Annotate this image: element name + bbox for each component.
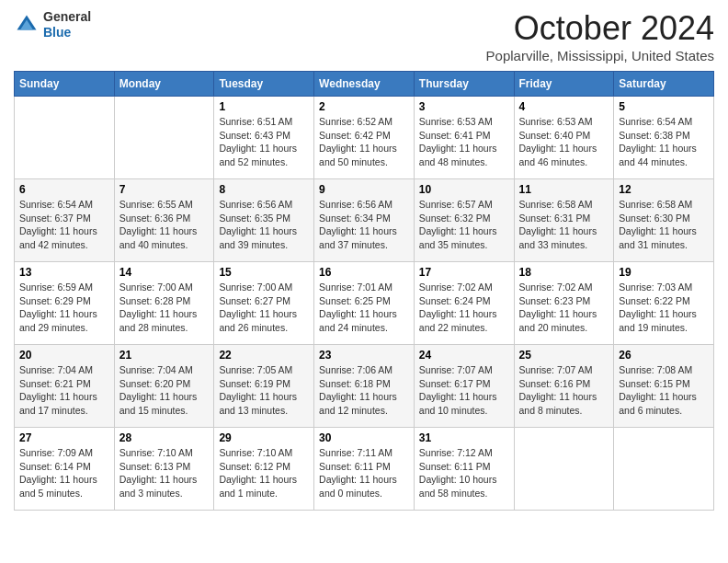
day-of-week-header: Saturday (614, 72, 714, 97)
calendar-day-cell: 14Sunrise: 7:00 AMSunset: 6:28 PMDayligh… (114, 262, 214, 345)
page-header: General Blue October 2024 Poplarville, M… (14, 9, 714, 63)
day-info: Sunrise: 6:58 AMSunset: 6:31 PMDaylight:… (519, 198, 609, 252)
calendar-day-cell: 16Sunrise: 7:01 AMSunset: 6:25 PMDayligh… (314, 262, 415, 345)
day-number: 17 (419, 266, 509, 279)
day-info: Sunrise: 6:54 AMSunset: 6:38 PMDaylight:… (619, 115, 709, 169)
day-info: Sunrise: 7:06 AMSunset: 6:18 PMDaylight:… (319, 363, 409, 418)
day-info: Sunrise: 6:59 AMSunset: 6:29 PMDaylight:… (19, 281, 109, 335)
day-of-week-header: Tuesday (214, 72, 314, 97)
day-number: 5 (619, 100, 709, 113)
day-info: Sunrise: 7:02 AMSunset: 6:23 PMDaylight:… (519, 281, 609, 335)
month-title: October 2024 (486, 9, 714, 48)
calendar-day-cell: 1Sunrise: 6:51 AMSunset: 6:43 PMDaylight… (214, 97, 314, 179)
day-info: Sunrise: 6:57 AMSunset: 6:32 PMDaylight:… (419, 198, 509, 252)
day-of-week-header: Thursday (414, 72, 514, 97)
day-number: 24 (419, 349, 509, 362)
calendar-table: SundayMondayTuesdayWednesdayThursdayFrid… (14, 71, 714, 511)
day-number: 12 (619, 183, 709, 196)
day-number: 10 (419, 183, 509, 196)
day-info: Sunrise: 7:10 AMSunset: 6:12 PMDaylight:… (219, 446, 309, 500)
day-of-week-header: Friday (514, 72, 614, 97)
calendar-day-cell: 6Sunrise: 6:54 AMSunset: 6:37 PMDaylight… (15, 179, 115, 262)
calendar-day-cell: 25Sunrise: 7:07 AMSunset: 6:16 PMDayligh… (514, 345, 614, 428)
calendar-day-cell: 13Sunrise: 6:59 AMSunset: 6:29 PMDayligh… (15, 262, 115, 345)
day-info: Sunrise: 6:52 AMSunset: 6:42 PMDaylight:… (319, 115, 409, 169)
logo: General Blue (14, 9, 91, 40)
day-number: 19 (619, 266, 709, 279)
day-info: Sunrise: 7:00 AMSunset: 6:28 PMDaylight:… (119, 281, 210, 335)
day-info: Sunrise: 7:00 AMSunset: 6:27 PMDaylight:… (219, 281, 309, 335)
calendar-day-cell (614, 428, 714, 511)
day-info: Sunrise: 7:01 AMSunset: 6:25 PMDaylight:… (319, 281, 409, 335)
calendar-day-cell: 7Sunrise: 6:55 AMSunset: 6:36 PMDaylight… (114, 179, 214, 262)
logo-text: General Blue (43, 9, 91, 40)
day-number: 23 (319, 349, 409, 362)
day-header-row: SundayMondayTuesdayWednesdayThursdayFrid… (15, 72, 714, 97)
day-number: 9 (319, 183, 409, 196)
day-info: Sunrise: 7:02 AMSunset: 6:24 PMDaylight:… (419, 281, 509, 335)
calendar-day-cell: 9Sunrise: 6:56 AMSunset: 6:34 PMDaylight… (314, 179, 415, 262)
calendar-day-cell: 29Sunrise: 7:10 AMSunset: 6:12 PMDayligh… (214, 428, 314, 511)
calendar-week-row: 6Sunrise: 6:54 AMSunset: 6:37 PMDaylight… (15, 179, 714, 262)
day-info: Sunrise: 7:04 AMSunset: 6:20 PMDaylight:… (119, 363, 210, 418)
day-info: Sunrise: 7:12 AMSunset: 6:11 PMDaylight:… (419, 446, 509, 500)
calendar-header: SundayMondayTuesdayWednesdayThursdayFrid… (15, 72, 714, 97)
calendar-day-cell: 27Sunrise: 7:09 AMSunset: 6:14 PMDayligh… (15, 428, 115, 511)
calendar-day-cell: 5Sunrise: 6:54 AMSunset: 6:38 PMDaylight… (614, 97, 714, 179)
day-info: Sunrise: 7:10 AMSunset: 6:13 PMDaylight:… (119, 446, 210, 500)
day-of-week-header: Wednesday (314, 72, 415, 97)
logo-icon (14, 12, 40, 38)
day-number: 6 (19, 183, 109, 196)
calendar-week-row: 1Sunrise: 6:51 AMSunset: 6:43 PMDaylight… (15, 97, 714, 179)
day-number: 28 (119, 431, 210, 444)
calendar-day-cell: 17Sunrise: 7:02 AMSunset: 6:24 PMDayligh… (414, 262, 514, 345)
day-of-week-header: Sunday (15, 72, 115, 97)
day-number: 22 (219, 349, 309, 362)
day-number: 21 (119, 349, 210, 362)
day-info: Sunrise: 7:08 AMSunset: 6:15 PMDaylight:… (619, 363, 709, 418)
day-number: 20 (19, 349, 109, 362)
day-info: Sunrise: 7:03 AMSunset: 6:22 PMDaylight:… (619, 281, 709, 335)
day-info: Sunrise: 7:04 AMSunset: 6:21 PMDaylight:… (19, 363, 109, 418)
day-info: Sunrise: 6:56 AMSunset: 6:35 PMDaylight:… (219, 198, 309, 252)
day-info: Sunrise: 6:55 AMSunset: 6:36 PMDaylight:… (119, 198, 210, 252)
day-number: 25 (519, 349, 609, 362)
calendar-week-row: 20Sunrise: 7:04 AMSunset: 6:21 PMDayligh… (15, 345, 714, 428)
day-number: 31 (419, 431, 509, 444)
day-number: 27 (19, 431, 109, 444)
calendar-day-cell: 15Sunrise: 7:00 AMSunset: 6:27 PMDayligh… (214, 262, 314, 345)
calendar-day-cell: 28Sunrise: 7:10 AMSunset: 6:13 PMDayligh… (114, 428, 214, 511)
day-number: 14 (119, 266, 210, 279)
calendar-day-cell: 26Sunrise: 7:08 AMSunset: 6:15 PMDayligh… (614, 345, 714, 428)
calendar-day-cell: 22Sunrise: 7:05 AMSunset: 6:19 PMDayligh… (214, 345, 314, 428)
calendar-week-row: 27Sunrise: 7:09 AMSunset: 6:14 PMDayligh… (15, 428, 714, 511)
calendar-day-cell: 10Sunrise: 6:57 AMSunset: 6:32 PMDayligh… (414, 179, 514, 262)
day-info: Sunrise: 6:56 AMSunset: 6:34 PMDaylight:… (319, 198, 409, 252)
day-of-week-header: Monday (114, 72, 214, 97)
day-info: Sunrise: 7:07 AMSunset: 6:16 PMDaylight:… (519, 363, 609, 418)
calendar-day-cell: 31Sunrise: 7:12 AMSunset: 6:11 PMDayligh… (414, 428, 514, 511)
calendar-day-cell: 24Sunrise: 7:07 AMSunset: 6:17 PMDayligh… (414, 345, 514, 428)
day-info: Sunrise: 6:58 AMSunset: 6:30 PMDaylight:… (619, 198, 709, 252)
calendar-day-cell: 23Sunrise: 7:06 AMSunset: 6:18 PMDayligh… (314, 345, 415, 428)
calendar-day-cell: 8Sunrise: 6:56 AMSunset: 6:35 PMDaylight… (214, 179, 314, 262)
calendar-day-cell: 30Sunrise: 7:11 AMSunset: 6:11 PMDayligh… (314, 428, 415, 511)
day-number: 2 (319, 100, 409, 113)
day-number: 11 (519, 183, 609, 196)
day-info: Sunrise: 7:09 AMSunset: 6:14 PMDaylight:… (19, 446, 109, 500)
day-info: Sunrise: 7:11 AMSunset: 6:11 PMDaylight:… (319, 446, 409, 500)
calendar-day-cell: 11Sunrise: 6:58 AMSunset: 6:31 PMDayligh… (514, 179, 614, 262)
day-number: 4 (519, 100, 609, 113)
day-number: 7 (119, 183, 210, 196)
day-number: 3 (419, 100, 509, 113)
title-block: October 2024 Poplarville, Mississippi, U… (486, 9, 714, 63)
day-info: Sunrise: 7:05 AMSunset: 6:19 PMDaylight:… (219, 363, 309, 418)
day-number: 8 (219, 183, 309, 196)
calendar-day-cell (114, 97, 214, 179)
calendar-day-cell (514, 428, 614, 511)
calendar-day-cell: 19Sunrise: 7:03 AMSunset: 6:22 PMDayligh… (614, 262, 714, 345)
day-number: 1 (219, 100, 309, 113)
location: Poplarville, Mississippi, United States (486, 48, 714, 63)
day-number: 18 (519, 266, 609, 279)
day-number: 16 (319, 266, 409, 279)
